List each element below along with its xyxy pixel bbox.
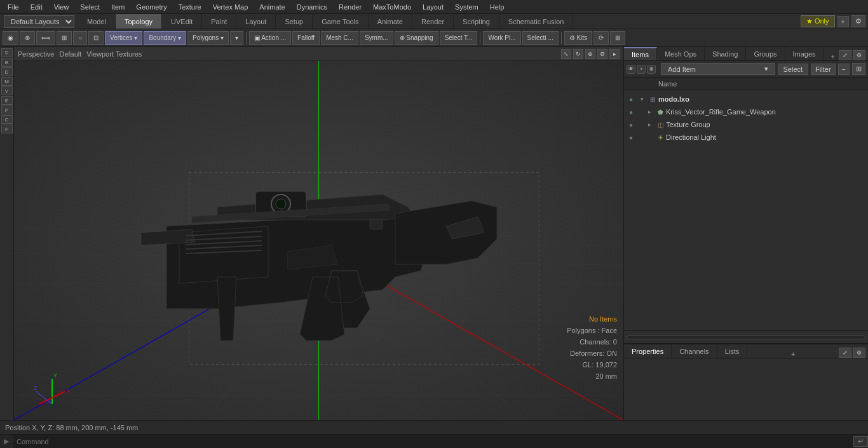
panel-expand-btn[interactable]: ⤢ bbox=[839, 50, 851, 60]
prop-tab-plus[interactable]: + bbox=[787, 350, 799, 358]
command-enter-btn[interactable]: ↵ bbox=[853, 436, 868, 447]
visibility-icon-1[interactable]: 👁 bbox=[627, 65, 635, 74]
left-tool-5[interactable]: V bbox=[1, 86, 13, 95]
prop-expand-btn[interactable]: ⤢ bbox=[839, 348, 851, 358]
menu-dynamics[interactable]: Dynamics bbox=[292, 2, 332, 12]
prop-tab-lists[interactable]: Lists bbox=[717, 344, 748, 358]
tool-select-mode[interactable]: ◉ bbox=[3, 31, 18, 45]
tab-layout[interactable]: Layout bbox=[236, 14, 276, 29]
viewport-icon-move[interactable]: ⤡ bbox=[561, 49, 571, 59]
menu-maxtomodo[interactable]: MaxToModo bbox=[368, 2, 416, 12]
left-tool-1[interactable]: D bbox=[1, 48, 13, 57]
layout-plus-btn[interactable]: + bbox=[837, 16, 849, 27]
tab-schematic-fusion[interactable]: Schematic Fusion bbox=[499, 14, 573, 29]
left-tool-6[interactable]: E bbox=[1, 96, 13, 105]
prop-settings-btn[interactable]: ⚙ bbox=[853, 348, 865, 358]
menu-item[interactable]: Item bbox=[106, 2, 130, 12]
tab-render[interactable]: Render bbox=[412, 14, 454, 29]
tool-mode-dropdown[interactable]: ▾ bbox=[230, 31, 243, 45]
viewport-mode-label[interactable]: Viewport Textures bbox=[86, 50, 142, 58]
command-bar[interactable]: ▶ ↵ bbox=[0, 434, 868, 448]
tree-arrow-texture[interactable]: ▸ bbox=[648, 121, 654, 128]
add-item-button[interactable]: Add Item ▾ bbox=[661, 63, 775, 75]
viewport-shading-label[interactable]: Default bbox=[59, 50, 81, 58]
viewport-canvas[interactable]: No Items Polygons : Face Channels: 0 Def… bbox=[14, 61, 623, 420]
select-button[interactable]: Select bbox=[778, 64, 809, 75]
viewport-icon-rotate[interactable]: ↻ bbox=[573, 49, 583, 59]
panel-tab-plus[interactable]: + bbox=[827, 53, 839, 60]
tab-model[interactable]: Model bbox=[78, 14, 116, 29]
menu-vertex-map[interactable]: Vertex Map bbox=[208, 2, 254, 12]
tree-item-modo-lxo[interactable]: ● ▾ ⊞ modo.lxo bbox=[624, 93, 868, 105]
filter-button[interactable]: Filter bbox=[811, 64, 835, 75]
menu-render[interactable]: Render bbox=[334, 2, 367, 12]
left-tool-3[interactable]: D bbox=[1, 67, 13, 76]
visibility-icon-2[interactable]: + bbox=[637, 65, 646, 74]
tab-images[interactable]: Images bbox=[785, 47, 824, 60]
tree-eye-4[interactable]: ● bbox=[627, 133, 635, 142]
tab-uvedit[interactable]: UVEdit bbox=[162, 14, 202, 29]
tab-mesh-ops[interactable]: Mesh Ops bbox=[657, 47, 705, 60]
viewport-icon-settings[interactable]: ⚙ bbox=[597, 49, 607, 59]
tab-items[interactable]: Items bbox=[624, 47, 657, 60]
tree-item-kriss[interactable]: ● ▸ ⬟ Kriss_Vector_Rifle_Game_Weapon bbox=[624, 105, 868, 118]
tree-item-directional-light[interactable]: ● ▸ ☀ Directional Light bbox=[624, 131, 868, 144]
panel-settings-btn[interactable]: ⚙ bbox=[853, 50, 865, 60]
command-input[interactable] bbox=[13, 435, 853, 448]
viewport-icon-more[interactable]: ▸ bbox=[609, 49, 620, 59]
menu-system[interactable]: System bbox=[450, 2, 484, 12]
items-collapse-btn[interactable]: − bbox=[838, 64, 850, 75]
visibility-icon-3[interactable]: ⊕ bbox=[647, 65, 656, 74]
tree-arrow-kriss[interactable]: ▸ bbox=[648, 109, 654, 115]
tool-rotate[interactable]: ○ bbox=[73, 31, 87, 45]
viewport[interactable]: Perspective Default Viewport Textures ⤡ … bbox=[14, 47, 623, 420]
tool-action[interactable]: ▣ Action ... bbox=[249, 31, 291, 45]
tool-selecti[interactable]: Selecti ... bbox=[522, 31, 559, 45]
menu-file[interactable]: File bbox=[3, 2, 24, 12]
layout-settings-btn[interactable]: ⚙ bbox=[851, 15, 865, 27]
tab-scripting[interactable]: Scripting bbox=[454, 14, 499, 29]
left-tool-8[interactable]: C bbox=[1, 115, 13, 124]
tab-animate[interactable]: Animate bbox=[369, 14, 412, 29]
items-expand-btn[interactable]: ⊞ bbox=[852, 63, 865, 75]
tool-symmetry[interactable]: ⟺ bbox=[36, 31, 55, 45]
left-tool-2[interactable]: B bbox=[1, 58, 13, 67]
left-tool-4[interactable]: M bbox=[1, 77, 13, 86]
tree-eye-3[interactable]: ● bbox=[627, 120, 635, 129]
tab-game-tools[interactable]: Game Tools bbox=[313, 14, 369, 29]
menu-select[interactable]: Select bbox=[75, 2, 105, 12]
tool-snapping[interactable]: ⊕ bbox=[20, 31, 35, 45]
tab-paint[interactable]: Paint bbox=[202, 14, 236, 29]
tool-polygons-dropdown[interactable]: Polygons ▾ bbox=[187, 31, 229, 45]
viewport-camera-label[interactable]: Perspective bbox=[18, 50, 54, 58]
viewport-icon-zoom[interactable]: ⊕ bbox=[585, 49, 595, 59]
tree-eye-2[interactable]: ● bbox=[627, 107, 635, 116]
tree-item-texture-group[interactable]: ● ▸ ◫ Texture Group bbox=[624, 118, 868, 131]
tree-arrow-1[interactable]: ▾ bbox=[641, 96, 647, 102]
tool-reset[interactable]: ⟳ bbox=[593, 31, 609, 45]
prop-tab-properties[interactable]: Properties bbox=[624, 344, 672, 358]
prop-tab-channels[interactable]: Channels bbox=[672, 344, 717, 358]
items-tree[interactable]: ● ▾ ⊞ modo.lxo ● ▸ ⬟ Kriss_Vector_Rifle_… bbox=[624, 90, 868, 329]
tool-select-t[interactable]: Select T... bbox=[440, 31, 478, 45]
tool-transform[interactable]: ⊞ bbox=[57, 31, 72, 45]
tool-work-pl[interactable]: Work Pl... bbox=[483, 31, 520, 45]
tab-groups[interactable]: Groups bbox=[746, 47, 785, 60]
tab-topology[interactable]: Topology bbox=[116, 14, 162, 29]
tool-falloff[interactable]: Falloff bbox=[292, 31, 320, 45]
menu-texture[interactable]: Texture bbox=[173, 2, 207, 12]
tool-boundary-dropdown[interactable]: Boundary ▾ bbox=[144, 31, 186, 45]
menu-help[interactable]: Help bbox=[485, 2, 510, 12]
tool-mesh-c[interactable]: Mesh C... bbox=[321, 31, 358, 45]
tab-shading[interactable]: Shading bbox=[705, 47, 746, 60]
tool-kits[interactable]: ⚙ Kits bbox=[564, 31, 592, 45]
menu-edit[interactable]: Edit bbox=[25, 2, 48, 12]
tab-setup[interactable]: Setup bbox=[276, 14, 313, 29]
menu-layout[interactable]: Layout bbox=[417, 2, 449, 12]
tool-scale[interactable]: ⊡ bbox=[88, 31, 104, 45]
star-only-btn[interactable]: ★ Only bbox=[801, 15, 835, 27]
left-tool-9[interactable]: F bbox=[1, 125, 13, 133]
layout-dropdown[interactable]: Default Layouts bbox=[4, 15, 74, 28]
left-tool-7[interactable]: P bbox=[1, 105, 13, 114]
tool-vertices-dropdown[interactable]: Vertices ▾ bbox=[105, 31, 142, 45]
